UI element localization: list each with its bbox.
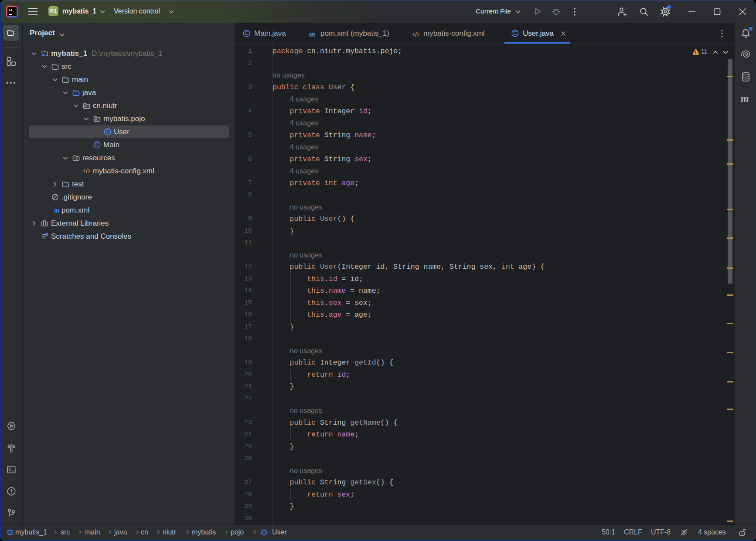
svg-text:C: C bbox=[513, 30, 517, 36]
svg-text:C: C bbox=[245, 30, 249, 36]
svg-text:C: C bbox=[95, 142, 99, 148]
svg-text:C: C bbox=[262, 530, 266, 535]
svg-text:C: C bbox=[106, 128, 109, 135]
